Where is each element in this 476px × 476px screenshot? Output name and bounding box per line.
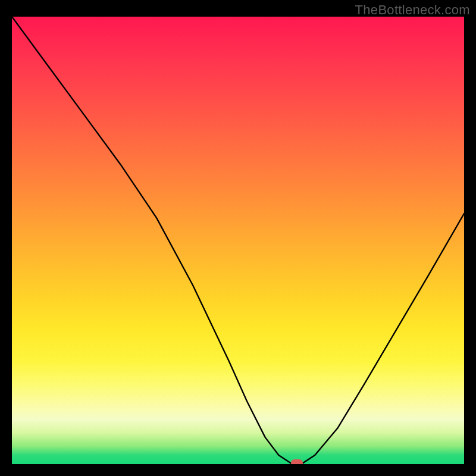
chart-frame: TheBottleneck.com (0, 0, 476, 476)
plot-area (12, 17, 464, 464)
optimum-marker (291, 459, 303, 464)
watermark-text: TheBottleneck.com (355, 2, 470, 18)
curve-path (12, 17, 464, 464)
bottleneck-curve (12, 17, 464, 464)
